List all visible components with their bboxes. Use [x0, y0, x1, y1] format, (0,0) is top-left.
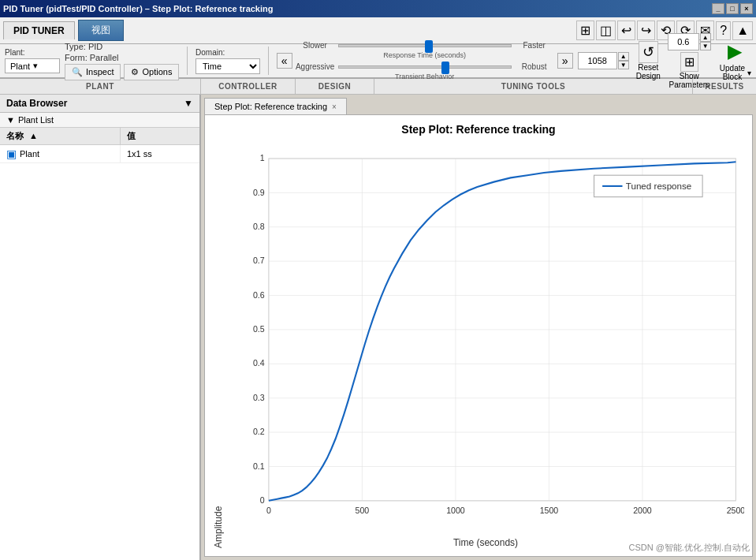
response-time-row: Slower Faster: [296, 41, 554, 50]
row-value-cell: 1x1 ss: [121, 147, 199, 161]
svg-text:0.9: 0.9: [253, 188, 265, 197]
plant-list-header: ▼ Plant List: [0, 113, 199, 128]
right-panel: Step Plot: Reference tracking × Step Plo…: [201, 95, 756, 560]
toolbar-icon-collapse[interactable]: ▲: [732, 21, 753, 40]
spinner1-down[interactable]: ▼: [618, 61, 629, 69]
aggressive-label: Aggressive: [296, 62, 335, 71]
left-panel: Data Browser ▼ ▼ Plant List 名称 ▲ 值 ▣ Pla…: [0, 95, 201, 560]
play-icon[interactable]: ▶: [728, 40, 742, 62]
plant-section: Plant: Plant ▾: [5, 48, 60, 73]
svg-text:0: 0: [266, 506, 271, 515]
svg-text:0.1: 0.1: [253, 461, 265, 471]
nav-left-button[interactable]: «: [277, 53, 292, 69]
chart-inner: 1 0.9 0.8 0.7 0.6 0.5 0.4 0.3 0.2 0.1 0: [227, 142, 744, 548]
update-block-section: ▶ Update Block ▾: [719, 40, 751, 81]
plot-tab[interactable]: Step Plot: Reference tracking ×: [204, 98, 347, 114]
main-content: Data Browser ▼ ▼ Plant List 名称 ▲ 值 ▣ Pla…: [0, 95, 756, 560]
reset-section: ↺ Reset Design: [634, 41, 663, 80]
svg-text:2000: 2000: [633, 506, 652, 515]
inspect-button[interactable]: 🔍 Inspect: [65, 64, 121, 80]
plot-close-button[interactable]: ×: [332, 103, 337, 111]
data-browser-collapse-icon[interactable]: ▼: [184, 98, 193, 109]
y-axis-label: Amplitude: [213, 142, 224, 548]
chart-container: Amplitude: [213, 142, 744, 548]
plant-list-arrow-icon: ▼: [6, 115, 15, 125]
reset-design-button[interactable]: Reset Design: [634, 63, 663, 80]
svg-text:0.4: 0.4: [253, 358, 265, 368]
toolbar-main: Plant: Plant ▾ Type: PID Form: Parallel …: [0, 44, 756, 79]
spinner1-up[interactable]: ▲: [618, 52, 629, 61]
plant-dropdown[interactable]: Plant ▾: [5, 58, 60, 73]
plot-tab-bar: Step Plot: Reference tracking ×: [201, 95, 756, 114]
svg-text:0.7: 0.7: [253, 256, 265, 265]
data-browser-header: Data Browser ▼: [0, 95, 199, 113]
col-name-header: 名称 ▲: [0, 128, 121, 144]
response-spinner[interactable]: [578, 52, 617, 69]
window-controls[interactable]: _ □ ×: [712, 3, 753, 14]
spinner1-group: ▲ ▼: [578, 52, 629, 69]
table-row[interactable]: ▣ Plant 1x1 ss: [0, 145, 199, 163]
search-icon: 🔍: [72, 67, 83, 77]
toolbar-icon-help[interactable]: ?: [716, 21, 731, 40]
section-results: RESULTS: [693, 79, 756, 94]
toolbar-tabs: PID TUNER 视图 ⊞ ◫ ↩ ↪ ⟲ ⟳ ✉ ? ▲: [0, 17, 756, 44]
nav-right-button[interactable]: »: [557, 53, 573, 69]
type-form: Type: PID Form: Parallel: [65, 42, 179, 62]
title-text: PID Tuner (pidTest/PID Controller) – Ste…: [3, 4, 273, 13]
section-plant: PLANT: [0, 79, 201, 94]
reset-icon-button[interactable]: ↺: [639, 41, 658, 63]
section-tuning: TUNING TOOLS: [374, 79, 693, 94]
chart-svg-container: 1 0.9 0.8 0.7 0.6 0.5 0.4 0.3 0.2 0.1 0: [227, 142, 744, 534]
sort-arrow-icon: ▲: [29, 131, 38, 140]
close-button[interactable]: ×: [740, 3, 753, 14]
options-button[interactable]: ⚙ Options: [124, 64, 179, 80]
plot-area: Step Plot: Reference tracking Amplitude: [204, 114, 753, 557]
svg-text:0: 0: [260, 495, 265, 505]
table-header: 名称 ▲ 值: [0, 128, 199, 145]
svg-text:1000: 1000: [446, 506, 465, 515]
divider-1: [187, 47, 188, 75]
svg-text:Tuned response: Tuned response: [626, 181, 692, 191]
divider-2: [268, 47, 269, 75]
spinner2-up[interactable]: ▲: [700, 33, 711, 42]
col-value-header: 值: [121, 128, 199, 144]
toolbar-icon-2[interactable]: ◫: [596, 21, 616, 40]
section-design: DESIGN: [296, 79, 374, 94]
dropdown-arrow-icon: ▾: [33, 61, 38, 71]
tab-pid-tuner[interactable]: PID TUNER: [3, 21, 75, 39]
transient-row: Aggressive Robust: [296, 62, 554, 71]
robust-label: Robust: [515, 62, 554, 71]
toolbar-icon-3[interactable]: ↩: [617, 21, 635, 40]
response-time-slider[interactable]: [338, 44, 512, 47]
maximize-button[interactable]: □: [726, 3, 739, 14]
domain-label: Domain:: [196, 48, 260, 57]
tab-view[interactable]: 视图: [78, 20, 124, 41]
domain-section: Domain: Time Frequency: [196, 48, 260, 74]
svg-text:1: 1: [260, 153, 265, 162]
slider-section: Slower Faster Response Time (seconds) Ag…: [296, 41, 554, 80]
plant-row-icon: ▣: [6, 147, 17, 160]
section-labels-bar: PLANT CONTROLLER DESIGN TUNING TOOLS RES…: [0, 79, 756, 95]
toolbar-icon-1[interactable]: ⊞: [576, 21, 594, 40]
svg-text:2500: 2500: [727, 506, 744, 515]
spinner2-down[interactable]: ▼: [700, 42, 711, 50]
show-params-icon[interactable]: ⊞: [680, 52, 698, 72]
spinner1-arrows: ▲ ▼: [618, 52, 629, 69]
slower-label: Slower: [296, 41, 335, 50]
section-controller: CONTROLLER: [201, 79, 296, 94]
minimize-button[interactable]: _: [712, 3, 724, 14]
domain-select[interactable]: Time Frequency: [196, 58, 260, 74]
plot-title: Step Plot: Reference tracking: [213, 123, 744, 136]
faster-label: Faster: [515, 41, 554, 50]
dropdown-arrow-icon2: ▾: [747, 69, 751, 77]
row-name-cell: ▣ Plant: [0, 145, 121, 162]
gear-icon: ⚙: [131, 67, 139, 77]
transient-slider[interactable]: [338, 65, 512, 69]
watermark: CSDN @智能.优化.控制.自动化: [628, 542, 750, 554]
plant-label: Plant:: [5, 48, 60, 57]
svg-text:1500: 1500: [540, 506, 559, 515]
toolbar-icon-4[interactable]: ↪: [637, 21, 655, 40]
svg-text:0.2: 0.2: [253, 427, 265, 436]
transient-spinner[interactable]: [668, 33, 699, 50]
svg-text:500: 500: [356, 506, 370, 515]
